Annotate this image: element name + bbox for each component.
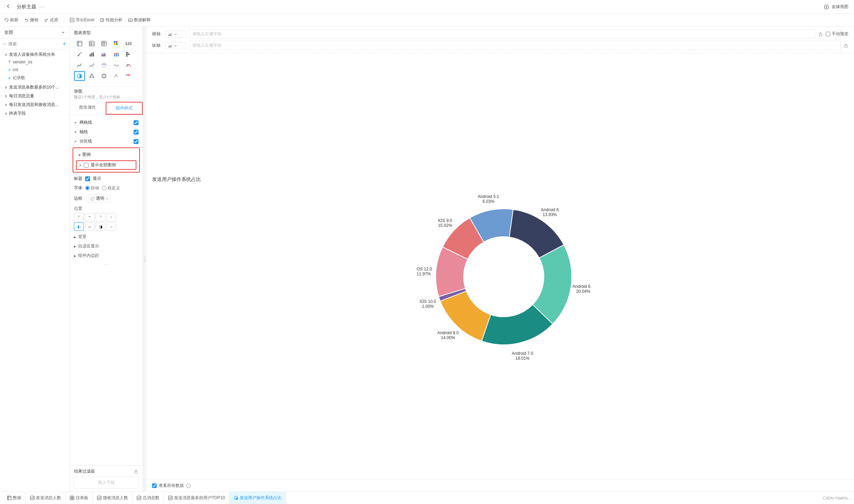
perf-btn[interactable]: 性能分析 — [100, 17, 122, 23]
axis-config: 横轴 请拖入左侧字段 手动预览 纵轴 请拖入左侧字段 — [147, 26, 854, 53]
chart-icon-rose[interactable] — [98, 60, 110, 70]
tab-os-ratio[interactable]: 发送用户操作系统占比 — [230, 492, 286, 504]
pos-top-center[interactable]: ⌃ — [85, 213, 95, 221]
border-select[interactable]: 透明 — [88, 194, 111, 203]
search-input[interactable] — [8, 41, 61, 46]
tab-top10[interactable]: 发送消息最多的用户TOP10 — [164, 492, 230, 504]
show-all-legend-checkbox[interactable] — [84, 163, 89, 168]
explain-btn[interactable]: 数据解释 — [128, 17, 151, 23]
sidebar-section-5[interactable]: 跨表字段 — [0, 108, 69, 117]
sidebar-section-1[interactable]: 发送人设备操作系统分布 — [0, 49, 69, 58]
chart-icon-table[interactable] — [74, 39, 85, 48]
background-section[interactable]: ▸ 背景 — [70, 232, 143, 242]
pos-mid-center[interactable]: □ — [85, 222, 95, 231]
tab-graph-props[interactable]: 图形属性 — [70, 102, 106, 115]
chart-icon-pie[interactable] — [74, 71, 85, 81]
sidebar-search-row: + — [0, 39, 69, 49]
tab-total-msg[interactable]: 总消息数 — [133, 492, 164, 504]
chart-icon-colored[interactable] — [111, 39, 122, 48]
tab-send-count-label: 发送消息人数 — [36, 495, 61, 501]
gridlines-checkbox[interactable] — [134, 120, 138, 125]
partition-checkbox[interactable] — [134, 139, 138, 144]
explain-icon — [128, 18, 133, 22]
prop-gridlines: 网格线 — [70, 118, 143, 127]
chart-icon-number[interactable]: 123 — [123, 39, 134, 48]
svg-rect-62 — [72, 496, 74, 498]
bloodview-icon — [824, 5, 829, 9]
back-icon[interactable] — [6, 3, 11, 10]
chart-icon-bar-group[interactable] — [98, 49, 110, 59]
refresh-btn[interactable]: 刷新 — [4, 17, 18, 23]
x-axis-lock-icon[interactable] — [818, 32, 823, 37]
info-icon[interactable]: i — [186, 483, 191, 488]
blood-view-btn[interactable]: 血缘视图 — [824, 4, 848, 10]
tab-send-count[interactable]: 发送消息人数 — [26, 492, 66, 504]
svg-point-14 — [81, 53, 82, 54]
adaptive-label: 自适应显示 — [78, 243, 99, 249]
svg-text:Android 613.93%: Android 613.93% — [541, 207, 559, 217]
font-custom-label: 自定义 — [102, 185, 120, 191]
redo-btn[interactable]: 还原 — [44, 17, 58, 23]
tab-component-style[interactable]: 组件样式 — [106, 102, 143, 115]
sidebar-item-records[interactable]: # 记录数 — [0, 74, 69, 82]
left-sidebar: 全部 + 发送人设备操作系统分布 T sender_os # cnt # 记录数 — [0, 26, 70, 491]
chart-icon-bar-horizontal[interactable] — [123, 49, 134, 59]
chart-icon-area[interactable] — [86, 60, 97, 70]
prop-axes: 轴线 — [70, 127, 143, 137]
sidebar-section-3[interactable]: 每日消息总量 — [0, 91, 69, 100]
chart-icon-bar-stack[interactable] — [111, 49, 122, 59]
sidebar-section-2[interactable]: 发送消息条数最多的10个... — [0, 82, 69, 91]
chart-icon-wave[interactable] — [111, 60, 122, 70]
undo-btn[interactable]: 撤销 — [24, 17, 38, 23]
y-axis-lock-icon[interactable] — [844, 43, 848, 48]
y-axis-icon-select[interactable] — [165, 42, 186, 49]
sidebar-section-4[interactable]: 每日发送消息和接收消息... — [0, 100, 69, 108]
sidebar-item-sender-os[interactable]: T sender_os — [0, 58, 69, 66]
pos-top-right[interactable]: ⌝ — [96, 213, 105, 221]
pos-top-left[interactable]: ⌜ — [74, 213, 84, 221]
chart-icon-gauge[interactable] — [123, 60, 134, 70]
title-checkbox[interactable] — [85, 176, 90, 181]
chart-title: 发送用户操作系统占比 — [152, 176, 201, 183]
tab-data[interactable]: 数据 — [3, 492, 26, 504]
filter-drop-area[interactable]: 拖入字段 — [74, 476, 138, 489]
manual-preview-checkbox[interactable] — [826, 32, 830, 36]
chart-icon-geo[interactable] — [98, 71, 110, 81]
font-auto-radio[interactable] — [85, 186, 90, 190]
resize-handle[interactable] — [143, 26, 147, 491]
font-custom-radio[interactable] — [102, 186, 106, 190]
padding-section[interactable]: ▸ 组件内边距 — [70, 251, 143, 260]
adaptive-section[interactable]: ▸ 自适应显示 — [70, 242, 143, 251]
chart-icon-crosstab[interactable] — [86, 39, 97, 48]
more-icon[interactable]: ⋯ — [39, 3, 45, 10]
tab-recv-count[interactable]: 接收消息人数 — [93, 492, 133, 504]
x-axis-icon-select[interactable] — [165, 31, 186, 38]
export-btn[interactable]: 导出Excel — [70, 17, 94, 23]
chart-icon-line[interactable] — [74, 60, 85, 70]
chart-icon-pivot[interactable] — [98, 39, 110, 48]
view-all-checkbox[interactable] — [152, 483, 157, 488]
legend-section-header[interactable]: ▸ 图例 — [75, 150, 138, 160]
chart-icon-scatter2[interactable] — [111, 71, 122, 81]
tab-dashboard[interactable]: 仪表板 — [66, 492, 93, 504]
svg-rect-64 — [72, 498, 74, 500]
chart-type-section: 图表类型 123 — [70, 26, 143, 84]
svg-rect-9 — [116, 41, 118, 43]
chart-icon-flow[interactable] — [123, 71, 134, 81]
drag-handle-dots: ⋯ — [70, 260, 143, 268]
chart-icon-bar-vertical[interactable] — [86, 49, 97, 59]
pos-mid-left[interactable]: ◧ — [74, 222, 84, 231]
top-bar: 分析主题 ⋯ 血缘视图 — [0, 0, 854, 14]
axes-checkbox[interactable] — [134, 130, 138, 135]
y-axis-drop[interactable]: 请拖入左侧字段 — [189, 41, 841, 50]
sidebar-dropdown[interactable]: 全部 — [0, 26, 69, 39]
pos-mid-right[interactable]: ◨ — [96, 222, 105, 231]
pos-mid-out[interactable]: → — [106, 222, 116, 231]
x-axis-drop[interactable]: 请拖入左侧字段 — [189, 29, 815, 39]
sidebar-item-cnt[interactable]: # cnt — [0, 66, 69, 74]
add-field-icon[interactable]: + — [63, 41, 66, 47]
pos-top-out[interactable]: ↑ — [106, 213, 116, 221]
transparent-icon — [90, 197, 95, 201]
chart-icon-radar[interactable] — [86, 71, 97, 81]
chart-icon-scatter[interactable] — [74, 49, 85, 59]
